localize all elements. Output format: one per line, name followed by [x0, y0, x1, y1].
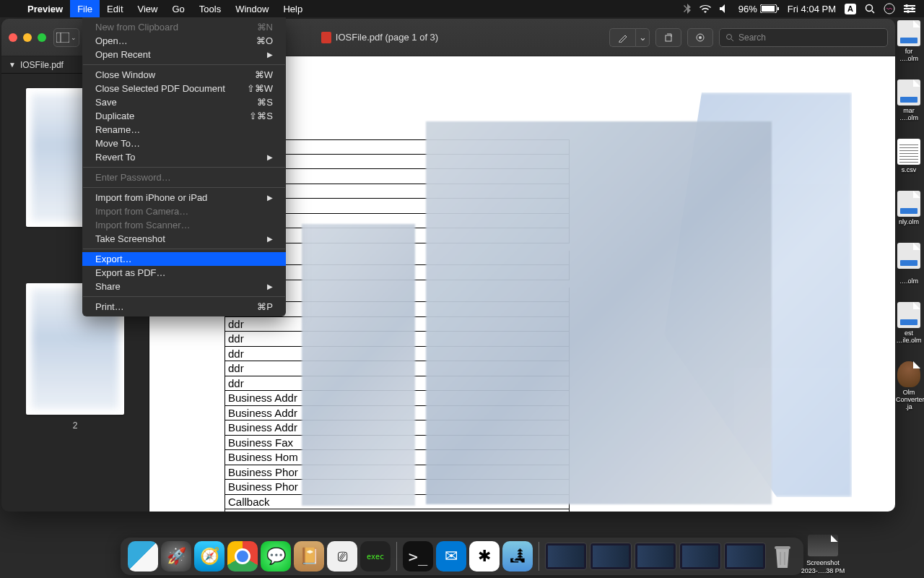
menu-item-move-to[interactable]: Move To…	[82, 137, 286, 150]
desktop-file[interactable]: Olm Converter .ja	[896, 361, 922, 410]
menu-item-duplicate[interactable]: Duplicate⇧⌘S	[82, 109, 286, 123]
dock-preview[interactable]: 🏞	[502, 541, 533, 571]
svg-point-9	[905, 4, 908, 7]
menu-item-rename[interactable]: Rename…	[82, 123, 286, 137]
dock-iterm[interactable]: >_	[403, 541, 433, 571]
window-traffic-lights	[9, 33, 46, 42]
dock-safari[interactable]: 🧭	[194, 541, 225, 571]
menu-item-close-selected-pdf-document[interactable]: Close Selected PDF Document⇧⌘W	[82, 82, 286, 95]
dock-contacts[interactable]: 📔	[294, 541, 324, 571]
dock-outlook[interactable]: ✉	[436, 541, 466, 571]
menu-item-import-from-iphone-or-ipad[interactable]: Import from iPhone or iPad▶	[82, 191, 286, 204]
clock[interactable]: Fri 4:04 PM	[788, 4, 836, 14]
blurred-region	[426, 121, 772, 504]
zoom-button[interactable]	[38, 33, 46, 42]
svg-rect-2	[777, 7, 779, 10]
menu-item-new-from-clipboard: New from Clipboard⌘N	[82, 20, 286, 34]
menu-help[interactable]: Help	[276, 0, 310, 17]
dock-minimized-window-5[interactable]	[724, 543, 766, 570]
siri-icon[interactable]	[884, 3, 895, 14]
dock-minimized-window-4[interactable]	[679, 543, 721, 570]
svg-point-10	[911, 7, 914, 10]
pdf-icon	[321, 32, 331, 43]
svg-point-24	[727, 34, 732, 39]
menu-go[interactable]: Go	[165, 0, 191, 17]
desktop-file[interactable]: nly.olm	[896, 191, 922, 225]
rotate-button[interactable]	[655, 28, 681, 47]
svg-rect-12	[56, 33, 69, 43]
menu-item-revert-to[interactable]: Revert To▶	[82, 150, 286, 164]
dock-screenshot[interactable]: ⎚	[327, 541, 357, 571]
dock-minimized-window-3[interactable]	[635, 543, 676, 570]
wifi-icon[interactable]	[699, 4, 711, 13]
page-label: 2	[23, 420, 127, 431]
volume-icon[interactable]	[720, 4, 730, 13]
dock-file-label: Screenshot 2023-….38 PM	[794, 535, 852, 575]
search-field[interactable]: Search	[719, 28, 888, 47]
menu-file[interactable]: File	[70, 0, 100, 17]
spotlight-icon[interactable]	[865, 4, 875, 14]
svg-line-4	[872, 11, 874, 13]
menu-item-import-from-scanner: Import from Scanner…	[82, 218, 286, 232]
table-cell: Car Phone	[225, 509, 570, 512]
dock-launchpad[interactable]: 🚀	[161, 541, 191, 571]
blurred-region	[302, 224, 415, 506]
search-placeholder: Search	[738, 33, 766, 43]
desktop-file[interactable]: ….olm	[896, 243, 922, 285]
minimize-button[interactable]	[23, 33, 32, 42]
desktop-file[interactable]: for ….olm	[896, 20, 922, 62]
desktop-file[interactable]: mar ….olm	[896, 79, 922, 121]
menu-edit[interactable]: Edit	[100, 0, 130, 17]
svg-line-25	[731, 39, 733, 41]
dock-trash[interactable]	[769, 541, 796, 571]
dock-messages[interactable]: 💬	[261, 541, 291, 571]
file-menu-dropdown: New from Clipboard⌘NOpen…⌘OOpen Recent▶C…	[82, 17, 286, 316]
menu-item-open-recent[interactable]: Open Recent▶	[82, 48, 286, 61]
bluetooth-icon[interactable]	[684, 4, 691, 14]
menu-item-print[interactable]: Print…⌘P	[82, 300, 286, 314]
svg-rect-26	[775, 546, 790, 549]
menu-item-save[interactable]: Save⌘S	[82, 95, 286, 109]
menu-item-share[interactable]: Share▶	[82, 280, 286, 293]
svg-point-11	[907, 10, 910, 13]
control-center-icon[interactable]	[904, 4, 915, 13]
dock-chrome[interactable]	[227, 541, 258, 571]
svg-rect-1	[762, 6, 775, 12]
markup-button[interactable]	[609, 28, 635, 47]
menu-window[interactable]: Window	[228, 0, 276, 17]
dock-finder[interactable]	[128, 541, 158, 571]
menu-view[interactable]: View	[131, 0, 165, 17]
menu-item-export-as-pdf[interactable]: Export as PDF…	[82, 266, 286, 280]
keyboard-input-icon[interactable]: A	[845, 4, 856, 14]
sidebar-toggle-button[interactable]: ⌄	[53, 28, 79, 47]
svg-rect-21	[666, 35, 671, 41]
menu-item-enter-password: Enter Password…	[82, 171, 286, 184]
dock-terminal[interactable]: exec	[360, 541, 391, 571]
svg-point-3	[866, 5, 873, 12]
dock: 🚀 🧭 💬 📔 ⎚ exec >_ ✉ ✱ 🏞	[121, 538, 803, 575]
app-name[interactable]: Preview	[20, 4, 70, 14]
system-menubar: Preview FileEditViewGoToolsWindowHelp 96…	[0, 0, 924, 17]
desktop-file[interactable]: s.csv	[896, 139, 922, 173]
battery-status[interactable]: 96%	[738, 4, 779, 14]
desktop-files: for ….olmmar ….olms.csvnly.olm ….olmest …	[895, 20, 923, 410]
menu-tools[interactable]: Tools	[192, 0, 228, 17]
dock-minimized-window-1[interactable]	[545, 543, 587, 570]
menu-item-close-window[interactable]: Close Window⌘W	[82, 68, 286, 82]
menu-item-take-screenshot[interactable]: Take Screenshot▶	[82, 232, 286, 246]
menu-item-export[interactable]: Export…	[82, 252, 286, 266]
highlight-button[interactable]	[687, 28, 713, 47]
dock-slack[interactable]: ✱	[469, 541, 500, 571]
menu-item-open[interactable]: Open…⌘O	[82, 34, 286, 48]
close-button[interactable]	[9, 33, 17, 42]
battery-percent: 96%	[738, 4, 757, 14]
markup-dropdown[interactable]: ⌄	[635, 28, 650, 47]
menu-item-import-from-camera: Import from Camera…	[82, 204, 286, 218]
svg-point-23	[699, 36, 702, 39]
dock-minimized-window-2[interactable]	[590, 543, 632, 570]
desktop-file[interactable]: est …ile.olm	[896, 302, 922, 344]
